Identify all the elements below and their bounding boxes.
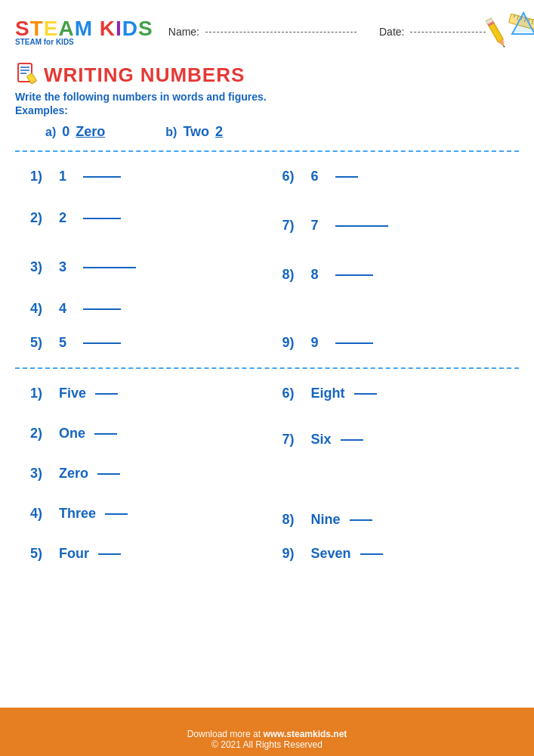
word-exercise-1: 1) Five [15, 376, 267, 411]
word-ex1-word: Five [59, 386, 86, 401]
word-ex2-num: 2) [30, 426, 53, 442]
footer: Download more at www.steamkids.net © 202… [0, 708, 534, 756]
exercise-3: 3) 3 [15, 243, 267, 292]
ex6-num: 6) [282, 169, 305, 184]
example-a-digit: 0 [62, 124, 69, 140]
exercise-9: 9) 9 [267, 326, 520, 360]
date-field: Date: [379, 26, 486, 38]
ex1-digit: 1 [59, 169, 74, 184]
ex1-answer[interactable] [83, 176, 121, 178]
ex3-digit: 3 [59, 259, 74, 275]
ex2-answer[interactable] [83, 218, 121, 219]
word-exercise-2: 2) One [15, 411, 267, 457]
ex7-num: 7) [282, 218, 305, 234]
word-exercise-7: 7) Six [267, 423, 520, 457]
word-ex7-word: Six [311, 432, 332, 448]
word-ex5-num: 5) [30, 546, 53, 562]
word-ex9-word: Seven [311, 546, 351, 562]
exercise-8: 8) 8 [267, 258, 520, 292]
word-ex5-answer[interactable] [98, 553, 121, 555]
word-ex1-answer[interactable] [95, 393, 118, 395]
footer-download-text: Download more at [187, 729, 264, 739]
word-exercise-4: 4) Three [15, 491, 267, 537]
footer-copyright: © 2021 All Rights Reserved [211, 739, 323, 750]
logo-subtitle: STEAM for KIDS [15, 38, 74, 46]
ex6-answer[interactable] [335, 176, 358, 178]
ex7-digit: 7 [311, 218, 326, 234]
word-ex3-word: Zero [59, 466, 88, 482]
ex9-answer[interactable] [335, 342, 373, 344]
example-b-digit: 2 [215, 124, 223, 140]
ex3-num: 3) [30, 259, 53, 275]
example-a-label: a) [45, 125, 56, 139]
word-ex4-num: 4) [30, 506, 53, 522]
ex7-answer[interactable] [335, 225, 388, 227]
name-label: Name: [168, 26, 199, 38]
word-exercise-5: 5) Four [15, 537, 267, 571]
pencil-write-icon [15, 60, 39, 89]
ex9-digit: 9 [311, 335, 326, 351]
word-ex4-word: Three [59, 506, 96, 522]
word-ex8-spacer [267, 457, 520, 491]
ex8-num: 8) [282, 267, 305, 283]
section2-grid: 1) Five 6) Eight 2) One 7) Six [15, 376, 519, 571]
word-ex9-answer[interactable] [360, 553, 383, 555]
example-a: a) 0 Zero [45, 124, 105, 140]
examples-row: a) 0 Zero b) Two 2 [0, 118, 534, 146]
worksheet-title: WRITING NUMBERS [44, 64, 245, 87]
date-input-line [410, 32, 486, 33]
ex6-digit: 6 [311, 169, 326, 184]
word-ex5-word: Four [59, 546, 89, 562]
name-input-line [205, 32, 357, 33]
divider-2 [15, 367, 519, 369]
exercise-5: 5) 5 [15, 326, 267, 360]
word-ex6-word: Eight [311, 386, 345, 401]
ex9-spacer [267, 292, 520, 326]
word-ex6-answer[interactable] [354, 393, 377, 395]
word-ex7-answer[interactable] [341, 439, 363, 441]
word-exercise-9: 9) Seven [267, 537, 520, 571]
footer-wave-svg [0, 708, 534, 724]
name-date-area: Name: Date: [168, 26, 486, 38]
ex2-num: 2) [30, 210, 53, 226]
ex9-num: 9) [282, 335, 305, 351]
word-ex6-num: 6) [282, 386, 305, 401]
exercise-1: 1) 1 [15, 160, 267, 194]
ex2-digit: 2 [59, 210, 74, 226]
ex3-answer[interactable] [83, 267, 136, 268]
exercise-4: 4) 4 [15, 292, 267, 326]
date-label: Date: [379, 26, 404, 38]
ex4-num: 4) [30, 301, 53, 317]
word-ex8-word: Nine [311, 512, 341, 528]
word-ex1-num: 1) [30, 386, 53, 401]
word-ex8-num: 8) [282, 512, 305, 528]
word-ex2-word: One [59, 426, 85, 442]
ex8-answer[interactable] [335, 274, 373, 276]
divider-1 [15, 150, 519, 152]
exercise-7: 7) 7 [267, 209, 520, 243]
footer-url: www.steamkids.net [263, 729, 347, 739]
ex5-num: 5) [30, 335, 53, 351]
logo-text: STEAM KIDS [15, 18, 153, 39]
example-b-label: b) [165, 125, 177, 139]
ex5-answer[interactable] [83, 342, 121, 344]
word-exercise-8: 8) Nine [267, 503, 520, 537]
examples-label: Examples: [15, 104, 519, 116]
ex8-digit: 8 [311, 267, 326, 283]
name-field: Name: [168, 26, 357, 38]
ex4-answer[interactable] [83, 308, 121, 310]
section2: 1) Five 6) Eight 2) One 7) Six [0, 373, 534, 574]
example-b: b) Two 2 [165, 124, 223, 140]
subtitle: Write the following numbers in words and… [15, 91, 519, 103]
ex1-num: 1) [30, 169, 53, 184]
word-exercise-3: 3) Zero [15, 457, 267, 491]
logo: STEAM KIDS STEAM for KIDS [15, 18, 153, 46]
word-ex4-answer[interactable] [105, 513, 128, 515]
ex4-digit: 4 [59, 301, 74, 317]
word-ex7-num: 7) [282, 432, 305, 448]
section1: 1) 1 6) 6 2) 2 7) 7 [0, 156, 534, 363]
word-ex3-answer[interactable] [97, 473, 120, 475]
word-ex8-answer[interactable] [350, 519, 372, 521]
title-section: WRITING NUMBERS Write the following numb… [0, 57, 534, 118]
word-ex2-answer[interactable] [94, 433, 117, 435]
